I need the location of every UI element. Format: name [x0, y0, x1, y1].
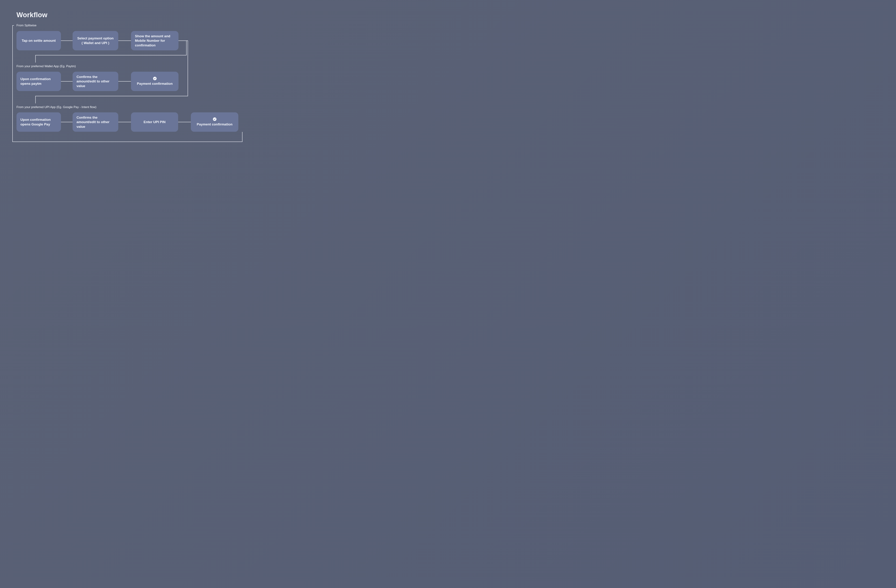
- check-circle-icon: [153, 77, 157, 80]
- node-tap-settle: Tap on settle amount: [17, 31, 61, 50]
- node-enter-pin: Enter UPI PIN: [131, 112, 178, 132]
- group-label-wallet: From your preferred Wallet App (Eg. Payt…: [17, 64, 76, 68]
- node-text: Upon confirmation opens Google Pay: [20, 117, 57, 126]
- node-text: Upon confirmation opens paytm: [20, 77, 57, 86]
- workflow-diagram: Workflow From Splitwise Tap on settle am…: [0, 0, 258, 151]
- node-text: Confirms the amount/edit to other value: [76, 75, 114, 88]
- node-select-payment: Select payment option ( Wallet and UPI ): [73, 31, 118, 50]
- node-text: Enter UPI PIN: [143, 120, 165, 124]
- node-open-paytm: Upon confirmation opens paytm: [17, 72, 61, 91]
- node-open-gpay: Upon confirmation opens Google Pay: [17, 112, 61, 132]
- check-circle-icon: [213, 117, 216, 121]
- node-text: Payment confirmation: [137, 81, 173, 86]
- page-title: Workflow: [17, 11, 47, 19]
- node-payment-confirm-upi: Payment confirmation: [191, 112, 238, 132]
- node-text: Confirms the amount/edit to other value: [76, 115, 114, 129]
- node-text: Payment confirmation: [197, 122, 233, 127]
- node-text: ( Wallet and UPI ): [82, 41, 109, 45]
- group-label-splitwise: From Splitwise: [17, 24, 37, 27]
- node-confirm-amount-upi: Confirms the amount/edit to other value: [73, 112, 118, 132]
- group-label-upi: From your preferred UPI App (Eg. Google …: [17, 105, 96, 109]
- node-text: Show the amount and Mobile Number for co…: [135, 34, 175, 48]
- node-text: Select payment option: [77, 36, 114, 41]
- node-show-amount: Show the amount and Mobile Number for co…: [131, 31, 178, 50]
- node-payment-confirm-wallet: Payment confirmation: [131, 72, 178, 91]
- node-confirm-amount-wallet: Confirms the amount/edit to other value: [73, 72, 118, 91]
- node-text: Tap on settle amount: [22, 38, 56, 43]
